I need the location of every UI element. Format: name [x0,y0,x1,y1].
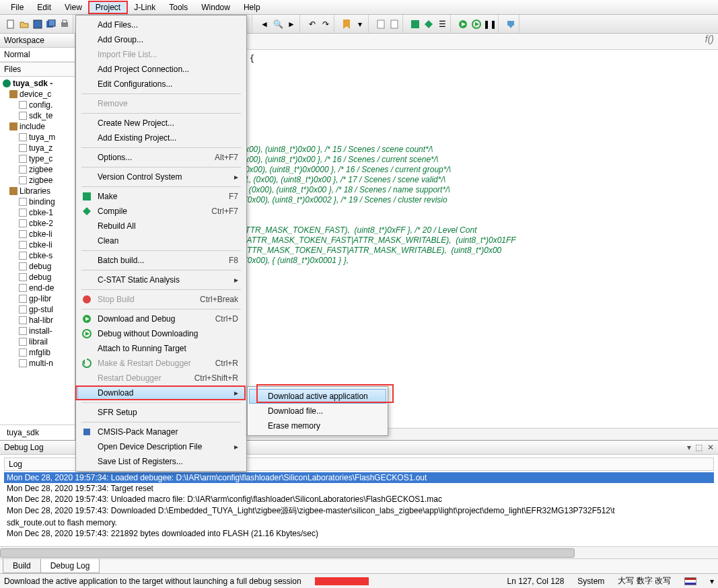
workspace-tab[interactable]: tuya_sdk [0,425,75,440]
log-line[interactable]: sdk_route.out to flash memory. [4,517,714,528]
file-tree[interactable]: tuya_sdk -device_cconfig.sdk_teincludetu… [0,77,75,425]
workspace-mode[interactable]: Normal [0,48,75,62]
debug-scrollbar[interactable] [0,546,718,558]
save-all-icon[interactable] [46,19,57,30]
doc1-icon[interactable] [375,19,386,30]
log-line[interactable]: Mon Dec 28, 2020 19:57:43: 221892 bytes … [4,528,714,539]
tree-item[interactable]: cbke-s [0,250,75,261]
tree-item[interactable]: mfglib [0,347,75,358]
menu-item-make[interactable]: MakeF7 [77,189,245,204]
menu-item-save-list-of-registers-[interactable]: Save List of Registers... [77,454,245,469]
menu-file[interactable]: File [4,1,30,13]
menu-item-sfr-setup[interactable]: SFR Setup [77,405,245,420]
menu-view[interactable]: View [58,1,89,13]
compile-icon[interactable] [423,19,434,30]
nav-back-icon[interactable]: ◄ [259,19,270,30]
language-flag-icon[interactable] [684,577,696,585]
submenu-item-download-file-[interactable]: Download file... [249,404,386,418]
tree-item[interactable]: tuya_m [0,132,75,143]
menu-item-options-[interactable]: Options...Alt+F7 [77,150,245,165]
tree-item[interactable]: tuya_z [0,143,75,153]
tree-item[interactable]: cbke-li [0,240,75,250]
tree-item[interactable]: multi-n [0,358,75,369]
print-icon[interactable] [59,19,70,30]
download-submenu: Download active applicationDownload file… [247,386,388,436]
bookmark-prev-icon[interactable]: ▾ [355,19,365,30]
menu-item-edit-configurations-[interactable]: Edit Configurations... [77,77,245,91]
menu-help[interactable]: Help [237,1,267,13]
menu-item-compile[interactable]: CompileCtrl+F7 [77,204,245,219]
tree-item[interactable]: install- [0,326,75,336]
menu-edit[interactable]: Edit [30,1,58,13]
tree-item[interactable]: tuya_sdk - [0,78,75,89]
tree-item[interactable]: zigbee [0,175,75,186]
menu-item-batch-build-[interactable]: Batch build...F8 [77,253,245,268]
step-fwd-icon[interactable]: ↷ [320,19,331,30]
debug-log-controls[interactable]: ▾ ⬚ ✕ [687,443,714,452]
menu-item-make-restart-debugger: Make & Restart DebuggerCtrl+R [77,356,245,371]
tree-item[interactable]: include [0,121,75,132]
menu-item-remove: Remove [77,96,245,111]
tree-item[interactable]: binding [0,196,75,207]
menu-item-rebuild-all[interactable]: Rebuild All [77,219,245,233]
tree-item[interactable]: device_c [0,89,75,100]
tree-item[interactable]: sdk_te [0,110,75,121]
log-line[interactable]: Mon Dec 28, 2020 19:57:34: Loaded debuge… [4,472,714,483]
tree-item[interactable]: config. [0,100,75,110]
menu-jlink[interactable]: J-Link [127,1,162,13]
tree-item[interactable]: librail [0,336,75,347]
menu-item-c-stat-static-analysis[interactable]: C-STAT Static Analysis▸ [77,272,245,287]
log-line[interactable]: Mon Dec 28, 2020 19:57:43: Unloaded macr… [4,494,714,505]
submenu-item-erase-memory[interactable]: Erase memory [249,418,386,433]
menu-item-add-existing-project-[interactable]: Add Existing Project... [77,131,245,145]
batch-icon[interactable]: ☰ [437,19,447,30]
menu-item-add-project-connection-[interactable]: Add Project Connection... [77,62,245,77]
doc2-icon[interactable] [389,19,400,30]
menu-item-clean[interactable]: Clean [77,233,245,248]
menu-item-download[interactable]: Download▸ [77,385,245,400]
tree-item[interactable]: type_c [0,153,75,164]
menu-item-attach-to-running-target[interactable]: Attach to Running Target [77,341,245,356]
tree-item[interactable]: end-de [0,283,75,293]
tree-item[interactable]: cbke-2 [0,218,75,229]
svg-rect-16 [83,192,91,200]
menu-item-add-group-[interactable]: Add Group... [77,32,245,47]
download-icon[interactable] [505,19,516,30]
pause-icon[interactable]: ❚❚ [484,19,495,30]
tree-item[interactable]: cbke-1 [0,207,75,218]
step-back-icon[interactable]: ↶ [307,19,318,30]
tree-item[interactable]: debug [0,272,75,283]
menu-item-cmsis-pack-manager[interactable]: CMSIS-Pack Manager [77,425,245,439]
save-icon[interactable] [32,19,43,30]
new-icon[interactable] [5,19,16,30]
menu-item-debug-without-downloading[interactable]: Debug without Downloading [77,326,245,341]
menu-item-download-and-debug[interactable]: Download and DebugCtrl+D [77,311,245,326]
debug-nodown-icon[interactable] [471,19,482,30]
tree-item[interactable]: debug [0,261,75,272]
menu-tools[interactable]: Tools [162,1,194,13]
bookmark-icon[interactable] [341,19,352,30]
submenu-item-download-active-application[interactable]: Download active application [249,389,386,404]
log-line[interactable]: Mon Dec 28, 2020 19:57:43: Downloaded D:… [4,505,714,517]
debug-icon[interactable] [458,19,468,30]
nav-fwd-icon[interactable]: ► [286,19,297,30]
menu-item-create-new-project-[interactable]: Create New Project... [77,116,245,131]
menu-project[interactable]: Project [89,1,127,13]
log-line[interactable]: Mon Dec 28, 2020 19:57:34: Target reset [4,483,714,494]
tree-item[interactable]: hal-libr [0,315,75,326]
tab-debug-log[interactable]: Debug Log [40,559,100,573]
menu-item-open-device-description-file[interactable]: Open Device Description File▸ [77,439,245,454]
language-dropdown-icon[interactable]: ▾ [710,577,714,586]
tab-build[interactable]: Build [3,559,41,573]
open-icon[interactable] [19,19,30,30]
search-icon[interactable]: 🔍 [273,19,283,30]
tree-item[interactable]: zigbee [0,164,75,175]
tree-item[interactable]: gp-libr [0,293,75,304]
menu-item-add-files-[interactable]: Add Files... [77,17,245,32]
tree-item[interactable]: cbke-li [0,229,75,240]
tree-item[interactable]: gp-stul [0,304,75,315]
tree-item[interactable]: Libraries [0,186,75,196]
make-icon[interactable] [410,19,421,30]
menu-item-version-control-system[interactable]: Version Control System▸ [77,170,245,184]
menu-window[interactable]: Window [194,1,237,13]
